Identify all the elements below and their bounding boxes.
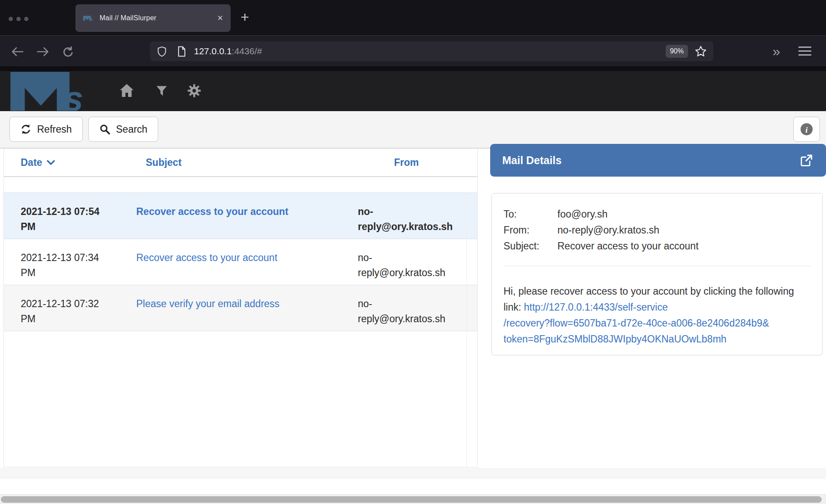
from-label: From: [504,222,557,238]
forward-arrow-icon [38,48,48,56]
home-icon[interactable] [119,83,135,98]
to-label: To: [504,206,557,222]
column-header-from[interactable]: From [358,149,455,176]
back-arrow-icon [13,48,23,56]
url-host: 127.0.0.1 [194,46,232,56]
search-label: Search [116,124,147,135]
subject-label: Subject: [504,238,557,254]
browser-tab[interactable]: s Mail // MailSlurper × [75,4,231,32]
reload-button[interactable] [62,46,74,58]
cell-date: 2021-12-13 07:32 PM [21,296,136,327]
panel-footer-band [0,468,826,479]
address-bar[interactable]: 127.0.0.1:4436/# 90% [150,41,713,61]
tab-title: Mail // MailSlurper [100,14,156,22]
overflow-chevrons-icon[interactable]: » [773,44,779,59]
refresh-button[interactable]: Refresh [9,117,83,142]
app-toolbar: Refresh Search i [0,111,826,149]
new-tab-button[interactable]: + [241,9,249,25]
mail-row[interactable]: 2021-12-13 07:34 PM Recover access to yo… [4,239,477,285]
subject-link[interactable]: Recover access to your account [136,206,288,217]
tab-bar: s Mail // MailSlurper × + [0,0,826,35]
mail-list-header: Date Subject From [4,149,477,176]
info-button[interactable]: i [793,117,820,142]
scrollbar-thumb[interactable] [1,496,822,503]
bookmark-star-icon[interactable] [695,46,707,57]
mail-list-panel: Date Subject From 2021-12-13 07:54 PM Re… [3,149,478,467]
forward-button[interactable] [36,46,50,57]
cell-subject: Recover access to your account [136,250,358,280]
page-info-icon[interactable] [177,46,186,57]
list-right-divider [466,193,467,467]
column-header-date[interactable]: Date [21,149,136,176]
mail-row[interactable]: 2021-12-13 07:32 PM Please verify your e… [4,285,477,331]
mail-details-title: Mail Details [502,154,562,167]
cell-date: 2021-12-13 07:34 PM [21,250,136,280]
sort-desc-icon [47,160,55,165]
search-button[interactable]: Search [88,117,158,142]
filter-icon[interactable] [155,84,168,97]
tab-favicon-icon: s [83,16,94,21]
cell-date: 2021-12-13 07:54 PM [21,204,136,234]
window-controls[interactable] [9,17,28,21]
browser-window: s Mail // MailSlurper × + 127.0.0.1:4436… [0,0,826,504]
to-value: foo@ory.sh [557,206,810,222]
column-header-subject[interactable]: Subject [136,149,358,176]
tab-close-icon[interactable]: × [217,13,223,23]
back-button[interactable] [10,46,24,57]
open-external-icon[interactable] [800,154,813,167]
mail-header-fields: To: foo@ory.sh From: no-reply@ory.kratos… [504,206,810,254]
zoom-level-badge[interactable]: 90% [666,45,688,58]
from-value: no-reply@ory.kratos.sh [557,222,810,238]
subject-link[interactable]: Recover access to your account [136,252,277,263]
mail-row-selected[interactable]: 2021-12-13 07:54 PM Recover access to yo… [4,193,477,239]
cell-subject: Please verify your email address [136,296,358,327]
subject-link[interactable]: Please verify your email address [136,298,279,309]
horizontal-scrollbar[interactable] [0,494,826,504]
chrome-divider [0,66,826,71]
mail-rows: 2021-12-13 07:54 PM Recover access to yo… [4,193,477,331]
cell-from: no-reply@ory.kratos.sh [358,296,455,327]
search-icon [99,124,110,135]
refresh-icon [20,124,31,135]
browser-toolbar: 127.0.0.1:4436/# 90% » [0,35,826,66]
app-navbar: s [0,71,826,111]
cell-from: no-reply@ory.kratos.sh [358,250,455,280]
subject-value: Recover access to your account [557,238,810,254]
cell-subject: Recover access to your account [136,204,358,234]
url-path: :4436/# [232,46,262,56]
recovery-link[interactable]: http://127.0.0.1:4433/self-service/recov… [504,302,769,345]
settings-gear-icon[interactable] [187,84,201,98]
cell-from: no-reply@ory.kratos.sh [358,204,455,234]
mail-body-text: Hi, please recover access to your accoun… [504,283,810,347]
menu-hamburger-icon[interactable] [798,47,811,56]
svg-text:s: s [63,79,83,111]
mailslurper-logo[interactable]: s [9,72,98,111]
svg-text:i: i [805,125,808,134]
url-text[interactable]: 127.0.0.1:4436/# [194,46,262,56]
mail-details-card: To: foo@ory.sh From: no-reply@ory.kratos… [491,193,823,355]
shield-icon[interactable] [157,46,167,57]
mail-details-header: Mail Details [490,144,826,177]
info-icon: i [800,123,813,136]
svg-text:s: s [90,17,93,21]
refresh-label: Refresh [37,124,72,135]
card-divider [504,266,810,266]
header-divider [4,176,477,177]
